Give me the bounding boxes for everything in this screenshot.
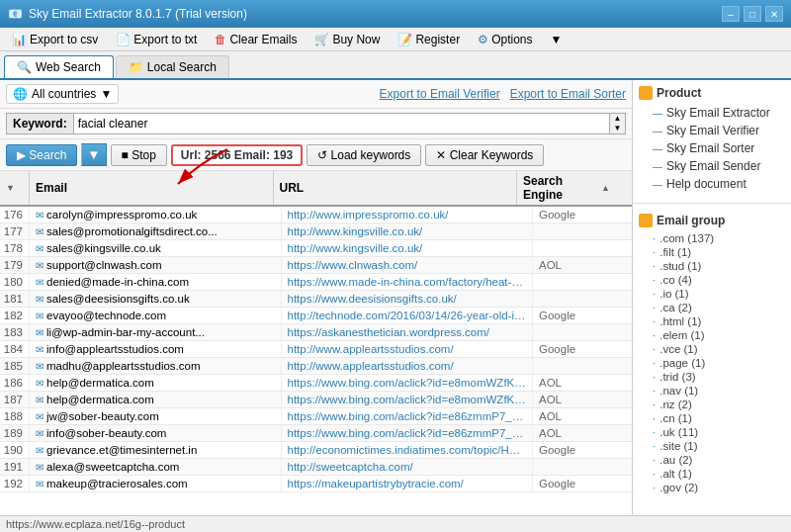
table-row: 178 ✉ sales@kingsville.co.uk http://www.… [0,240,632,257]
search-button[interactable]: ▶ Search [6,144,77,166]
row-url[interactable]: http://economictimes.indiatimes.com/topi… [282,442,534,458]
email-group-item[interactable]: · .io (1) [639,287,785,301]
email-group-item[interactable]: · .trid (3) [639,370,785,384]
row-url[interactable]: https://www.bing.com/aclick?id=e86zmmP7_… [282,425,534,441]
maximize-button[interactable]: □ [744,6,761,22]
keyword-input[interactable] [73,113,610,134]
export-verifier-link[interactable]: Export to Email Verifier [380,87,500,101]
buy-now-menu[interactable]: 🛒 Buy Now [307,31,388,48]
row-engine [533,324,632,340]
email-group-item[interactable]: · .nz (2) [639,398,785,411]
country-select[interactable]: 🌐 All countries ▼ [6,84,119,104]
keyword-scroll-up[interactable]: ▲ [614,115,622,123]
row-url[interactable]: https://www.clnwash.com/ [282,257,534,273]
email-group-item[interactable]: · .ca (2) [639,301,785,314]
clear-keywords-button[interactable]: ✕ Clear Keywords [425,144,544,166]
tab-web-search[interactable]: 🔍 Web Search [4,55,114,78]
row-engine [533,459,632,475]
email-group-item[interactable]: · .page (1) [639,356,785,370]
minimize-button[interactable]: – [722,6,740,22]
export-txt-menu[interactable]: 📄 Export to txt [108,31,205,48]
buy-now-label: Buy Now [332,33,380,46]
table-row: 191 ✉ alexa@sweetcaptcha.com http://swee… [0,459,632,476]
email-group-item[interactable]: · .elem (1) [639,328,785,342]
keyword-label: Keyword: [6,113,73,134]
chevron-down-icon: ▼ [550,33,562,46]
row-engine: AOL [533,408,632,424]
row-url[interactable]: http://www.appleartsstudios.com/ [282,358,534,374]
email-group-item[interactable]: · .filt (1) [639,245,785,259]
row-url[interactable]: https://www.made-in-china.com/factory/he… [282,274,534,290]
options-menu[interactable]: ⚙ Options [470,31,540,48]
product-item[interactable]: — Sky Email Sender [639,157,785,175]
product-item[interactable]: — Sky Email Sorter [639,139,785,157]
email-icon: ✉ [36,310,44,321]
options-dropdown-arrow[interactable]: ▼ [542,31,570,48]
load-keywords-button[interactable]: ↺ Load keywords [307,144,421,166]
email-group-item[interactable]: · .cn (1) [639,411,785,425]
stop-button-label: ■ Stop [122,148,156,162]
table-row: 187 ✉ help@dermatica.com https://www.bin… [0,392,632,408]
row-url[interactable]: http://www.appleartsstudios.com/ [282,341,534,357]
row-email: ✉ help@dermatica.com [30,392,282,407]
row-url[interactable]: http://www.kingsville.co.uk/ [282,223,534,239]
product-item[interactable]: — Sky Email Verifier [639,122,785,139]
email-group-item[interactable]: · .co (4) [639,273,785,287]
email-group-item[interactable]: · .com (137) [639,231,785,245]
table-row: 188 ✉ jw@sober-beauty.com https://www.bi… [0,408,632,425]
web-search-icon: 🔍 [17,60,32,74]
email-group-item[interactable]: · .au (2) [639,453,785,467]
row-url[interactable]: https://askanesthetician.wordpress.com/ [282,324,534,340]
row-num: 192 [0,476,30,491]
clear-emails-menu[interactable]: 🗑 Clear Emails [207,31,305,48]
table-row: 189 ✉ info@sober-beauty.com https://www.… [0,425,632,442]
register-icon: 📝 [397,33,412,46]
row-url[interactable]: https://www.bing.com/aclick?id=e86zmmP7_… [282,408,534,424]
status-text: https://www.ecplaza.net/16g--product [6,518,185,530]
group-item-label: .cn (1) [659,412,692,424]
product-item[interactable]: — Sky Email Extractor [639,104,785,122]
register-menu[interactable]: 📝 Register [390,31,468,48]
email-group-item[interactable]: · .stud (1) [639,259,785,273]
export-links: Export to Email Verifier Export to Email… [380,87,626,101]
product-item-label: Sky Email Sender [666,159,760,173]
close-button[interactable]: ✕ [765,6,783,22]
row-url[interactable]: https://www.bing.com/aclick?id=e8momWZfK… [282,375,534,391]
email-icon: ✉ [36,395,44,405]
table-row: 186 ✉ help@dermatica.com https://www.bin… [0,375,632,392]
row-url[interactable]: http://technode.com/2016/03/14/26-year-o… [282,308,534,323]
search-dropdown-button[interactable]: ▼ [81,143,106,166]
row-num: 189 [0,425,30,441]
row-url[interactable]: http://sweetcaptcha.com/ [282,459,534,475]
stop-button[interactable]: ■ Stop [111,144,167,166]
row-url[interactable]: https://www.deesisionsgifts.co.uk/ [282,291,534,307]
product-item[interactable]: — Help document [639,175,785,193]
keyword-scroll-down[interactable]: ▼ [614,125,622,133]
table-body: 176 ✉ carolyn@impresspromo.co.uk http://… [0,207,632,515]
row-email: ✉ info@sober-beauty.com [30,425,282,441]
options-label: Options [491,33,532,46]
row-email: ✉ sales@promotionalgiftsdirect.co... [30,223,282,239]
email-group-item[interactable]: · .alt (1) [639,467,785,481]
row-url[interactable]: https://www.bing.com/aclick?id=e8momWZfK… [282,392,534,407]
row-engine: Google [533,442,632,458]
email-group-item[interactable]: · .nav (1) [639,384,785,398]
export-sorter-link[interactable]: Export to Email Sorter [510,87,626,101]
email-group-item[interactable]: · .vce (1) [639,342,785,356]
row-num: 181 [0,291,30,307]
export-csv-menu[interactable]: 📊 Export to csv [4,31,106,48]
email-group-item[interactable]: · .gov (2) [639,481,785,494]
table-row: 190 ✉ grievance.et@timesinternet.in http… [0,442,632,459]
group-item-label: .stud (1) [659,260,701,272]
row-url[interactable]: https://makeupartistrybytracie.com/ [282,476,534,491]
group-dot: · [653,440,656,452]
row-url[interactable]: http://www.kingsville.co.uk/ [282,240,534,256]
tab-local-search[interactable]: 📁 Local Search [116,55,229,78]
row-num: 179 [0,257,30,273]
row-url[interactable]: http://www.impresspromo.co.uk/ [282,207,534,222]
email-icon: ✉ [36,445,44,456]
row-engine: Google [533,476,632,491]
email-group-item[interactable]: · .html (1) [639,314,785,328]
email-group-item[interactable]: · .site (1) [639,439,785,453]
email-group-item[interactable]: · .uk (11) [639,425,785,439]
